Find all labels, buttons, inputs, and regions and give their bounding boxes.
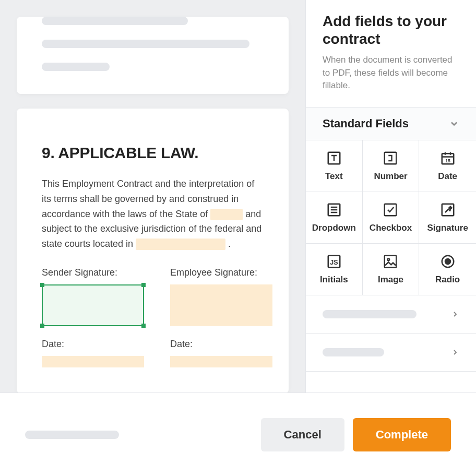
collapsed-section[interactable] <box>306 295 476 334</box>
svg-point-12 <box>445 259 450 264</box>
svg-rect-1 <box>385 152 397 164</box>
svg-rect-5 <box>385 204 397 216</box>
field-label: Date <box>438 171 457 182</box>
complete-button[interactable]: Complete <box>353 418 451 451</box>
panel-title: Add fields to your contract <box>323 13 459 47</box>
date-field[interactable] <box>42 356 144 367</box>
inline-fill-field[interactable] <box>210 209 243 220</box>
section-body: This Employment Contract and the interpr… <box>42 176 264 252</box>
field-date[interactable]: 15 Date <box>419 140 476 192</box>
field-label: Radio <box>435 275 460 285</box>
cancel-button[interactable]: Cancel <box>261 418 344 451</box>
field-radio[interactable]: Radio <box>419 244 476 295</box>
resize-handle[interactable] <box>40 283 44 287</box>
section-heading: 9. APPLICABLE LAW. <box>42 144 264 162</box>
field-label: Signature <box>427 223 468 233</box>
date-field-icon: 15 <box>440 150 456 166</box>
skeleton-line <box>42 40 249 48</box>
skeleton-line <box>25 431 119 439</box>
field-initials[interactable]: JS Initials <box>306 244 363 295</box>
radio-field-icon <box>440 254 456 269</box>
document-canvas: 9. APPLICABLE LAW. This Employment Contr… <box>0 0 305 392</box>
employee-signature-field[interactable] <box>170 284 272 326</box>
date-field[interactable] <box>170 356 272 367</box>
body-text: . <box>225 239 231 249</box>
svg-text:15: 15 <box>445 158 450 163</box>
number-field-icon <box>383 150 398 166</box>
initials-field-icon: JS <box>326 254 342 269</box>
field-label: Image <box>378 275 403 285</box>
resize-handle[interactable] <box>141 324 146 328</box>
skeleton-line <box>323 310 416 318</box>
skeleton-line <box>42 17 188 25</box>
document-card-placeholder <box>17 17 289 94</box>
field-dropdown[interactable]: Dropdown <box>306 192 363 244</box>
footer-bar: Cancel Complete <box>0 392 476 476</box>
standard-fields-grid: Text Number 15 Date Dropdown Checkbox Si… <box>306 140 476 295</box>
field-label: Checkbox <box>370 223 412 233</box>
date-label: Date: <box>170 339 272 350</box>
field-text[interactable]: Text <box>306 140 363 192</box>
field-label: Number <box>374 171 407 182</box>
inline-fill-field[interactable] <box>136 239 225 250</box>
section-title: Standard Fields <box>323 117 409 130</box>
resize-handle[interactable] <box>40 324 44 328</box>
field-image[interactable]: Image <box>363 244 420 295</box>
svg-rect-9 <box>385 256 397 268</box>
skeleton-line <box>42 63 110 71</box>
dropdown-field-icon <box>326 202 342 218</box>
signature-field-icon <box>440 202 456 218</box>
panel-description: When the document is converted to PDF, t… <box>323 54 459 92</box>
chevron-right-icon <box>451 348 459 356</box>
svg-text:JS: JS <box>330 259 338 266</box>
image-field-icon <box>383 254 398 269</box>
chevron-right-icon <box>451 310 459 318</box>
skeleton-line <box>323 348 384 356</box>
text-field-icon <box>326 150 342 166</box>
sender-signature-field-selected[interactable] <box>42 284 144 326</box>
field-label: Text <box>325 171 343 182</box>
date-label: Date: <box>42 339 144 350</box>
svg-point-10 <box>388 258 390 260</box>
field-signature[interactable]: Signature <box>419 192 476 244</box>
employee-signature-label: Employee Signature: <box>170 267 272 278</box>
standard-fields-header[interactable]: Standard Fields <box>306 107 476 140</box>
field-number[interactable]: Number <box>363 140 420 192</box>
field-checkbox[interactable]: Checkbox <box>363 192 420 244</box>
fields-side-panel: Add fields to your contract When the doc… <box>305 0 476 392</box>
chevron-down-icon <box>449 118 459 129</box>
field-label: Initials <box>320 275 348 285</box>
resize-handle[interactable] <box>141 283 146 287</box>
document-card: 9. APPLICABLE LAW. This Employment Contr… <box>17 109 289 392</box>
collapsed-section[interactable] <box>306 334 476 372</box>
sender-signature-label: Sender Signature: <box>42 267 144 278</box>
checkbox-field-icon <box>383 202 398 218</box>
field-label: Dropdown <box>312 223 356 233</box>
